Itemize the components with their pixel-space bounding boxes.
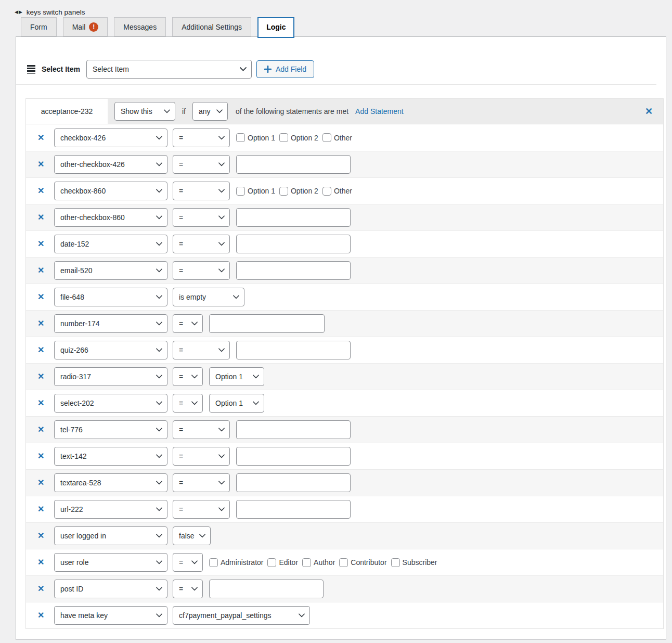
chevron-down-icon [156, 428, 162, 432]
tab-mail[interactable]: Mail! [63, 17, 108, 36]
value-input[interactable] [236, 155, 351, 174]
operator-select[interactable]: = [173, 553, 203, 572]
remove-statement-button[interactable]: ✕ [37, 372, 50, 381]
operator-select[interactable]: = [173, 367, 203, 386]
remove-statement-button[interactable]: ✕ [37, 452, 50, 460]
checkbox-icon[interactable] [322, 133, 331, 142]
checkbox-icon[interactable] [302, 558, 311, 567]
field-select[interactable]: checkbox-860 [54, 182, 167, 200]
value-input[interactable] [236, 500, 351, 519]
operator-select[interactable]: = [173, 261, 230, 280]
value-input[interactable] [209, 314, 325, 333]
select-item-label: Select Item [42, 65, 80, 73]
operator-select[interactable]: = [173, 500, 230, 519]
operator-select[interactable]: = [173, 155, 230, 174]
field-select[interactable]: other-checkbox-426 [54, 155, 167, 174]
close-group-icon[interactable]: ✕ [645, 106, 653, 117]
field-select[interactable]: file-648 [54, 288, 167, 306]
checkbox-icon[interactable] [267, 558, 276, 567]
remove-statement-button[interactable]: ✕ [37, 611, 50, 620]
checkbox-icon[interactable] [236, 133, 245, 142]
field-select[interactable]: checkbox-426 [54, 128, 167, 147]
tab-messages[interactable]: Messages [114, 17, 166, 36]
value-input[interactable] [236, 341, 351, 359]
statement-row: ✕post ID= [26, 575, 663, 602]
checkbox-icon[interactable] [236, 187, 245, 196]
field-select[interactable]: quiz-266 [54, 341, 167, 359]
value-input[interactable] [209, 580, 324, 598]
field-select[interactable]: tel-776 [54, 420, 167, 439]
value-select[interactable]: Option 1 [209, 394, 264, 413]
field-select[interactable]: other-checkbox-860 [54, 208, 167, 227]
checkbox-option: Other [322, 187, 352, 196]
operator-select[interactable]: cf7payment_paypal_settings [173, 606, 310, 625]
remove-statement-button[interactable]: ✕ [37, 479, 50, 487]
action-select[interactable]: Show this [114, 102, 175, 121]
operator-select[interactable]: = [173, 394, 203, 413]
value-input[interactable] [236, 473, 351, 492]
remove-statement-button[interactable]: ✕ [37, 160, 50, 169]
checkbox-icon[interactable] [279, 187, 288, 196]
field-select[interactable]: date-152 [54, 235, 167, 253]
operator-select[interactable]: = [173, 341, 230, 359]
value-input[interactable] [236, 447, 351, 466]
remove-statement-button[interactable]: ✕ [37, 319, 50, 328]
field-select[interactable]: radio-317 [54, 367, 167, 386]
remove-statement-button[interactable]: ✕ [37, 134, 50, 142]
remove-statement-button[interactable]: ✕ [37, 187, 50, 195]
condition-select[interactable]: any [192, 102, 228, 121]
tab-form[interactable]: Form [21, 17, 57, 36]
remove-statement-button[interactable]: ✕ [37, 585, 50, 593]
field-select-value: checkbox-860 [60, 187, 106, 195]
remove-statement-button[interactable]: ✕ [37, 426, 50, 434]
value-input[interactable] [236, 208, 351, 227]
operator-select[interactable]: = [173, 182, 230, 200]
tab-logic[interactable]: Logic [257, 17, 294, 38]
add-statement-link[interactable]: Add Statement [355, 107, 404, 115]
checkbox-icon[interactable] [391, 558, 400, 567]
checkbox-icon[interactable] [322, 187, 331, 196]
checkbox-icon[interactable] [339, 558, 348, 567]
field-select[interactable]: post ID [54, 580, 167, 598]
operator-select[interactable]: false [173, 526, 211, 545]
checkbox-icon[interactable] [209, 558, 218, 567]
operator-select[interactable]: is empty [173, 288, 244, 306]
remove-statement-button[interactable]: ✕ [37, 266, 50, 275]
field-select[interactable]: select-202 [54, 394, 167, 413]
add-field-button[interactable]: Add Field [256, 60, 314, 78]
field-select[interactable]: user role [54, 553, 167, 572]
field-select[interactable]: have meta key [54, 606, 167, 625]
field-select[interactable]: url-222 [54, 500, 167, 519]
checkbox-option: Contributor [339, 558, 386, 567]
remove-statement-button[interactable]: ✕ [37, 505, 50, 513]
checkbox-icon[interactable] [279, 133, 288, 142]
tab-additional-settings[interactable]: Additional Settings [172, 17, 251, 36]
operator-select[interactable]: = [173, 128, 230, 147]
chevron-down-icon [156, 375, 162, 379]
field-select[interactable]: text-142 [54, 447, 167, 466]
value-input[interactable] [236, 261, 351, 280]
remove-statement-button[interactable]: ✕ [37, 213, 50, 222]
operator-select[interactable]: = [173, 580, 203, 598]
select-item-dropdown[interactable]: Select Item [86, 60, 252, 79]
operator-select[interactable]: = [173, 235, 230, 253]
field-select[interactable]: email-520 [54, 261, 167, 280]
remove-statement-button[interactable]: ✕ [37, 399, 50, 407]
operator-select[interactable]: = [173, 208, 230, 227]
remove-statement-button[interactable]: ✕ [37, 558, 50, 567]
remove-statement-button[interactable]: ✕ [37, 346, 50, 354]
field-select[interactable]: textarea-528 [54, 473, 167, 492]
checkbox-option: Subscriber [391, 558, 437, 567]
remove-statement-button[interactable]: ✕ [37, 532, 50, 540]
remove-statement-button[interactable]: ✕ [37, 240, 50, 248]
remove-statement-button[interactable]: ✕ [37, 293, 50, 301]
operator-select[interactable]: = [173, 420, 230, 439]
field-select[interactable]: user logged in [54, 526, 167, 545]
operator-select[interactable]: = [173, 447, 230, 466]
value-select[interactable]: Option 1 [209, 367, 264, 386]
operator-select[interactable]: = [173, 473, 230, 492]
operator-select[interactable]: = [173, 314, 203, 333]
value-input[interactable] [236, 235, 351, 253]
value-input[interactable] [236, 420, 351, 439]
field-select[interactable]: number-174 [54, 314, 167, 333]
